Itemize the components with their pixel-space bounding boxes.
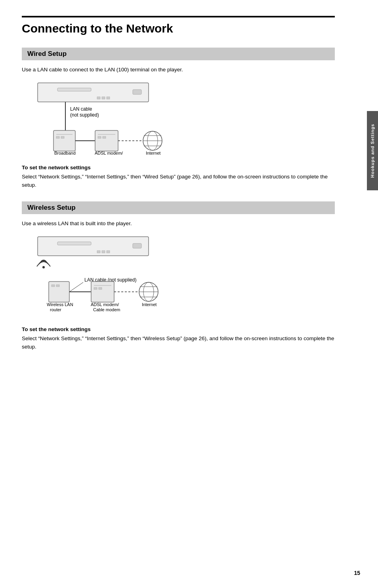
wired-network-title: To set the network settings [22,165,335,170]
svg-rect-10 [53,130,75,151]
svg-rect-38 [52,285,55,287]
svg-rect-17 [98,136,101,138]
wireless-network-title: To set the network settings [22,326,335,332]
wired-diagram: LAN cable (not supplied) [22,81,335,157]
svg-rect-4 [102,97,105,99]
svg-rect-0 [38,83,149,102]
svg-rect-13 [61,136,64,138]
svg-text:Internet: Internet [142,302,157,307]
svg-rect-18 [103,136,106,138]
wireless-setup-header: Wireless Setup [22,201,335,214]
wireless-diagram: LAN cable (not supplied) [22,235,335,319]
svg-text:Broadband: Broadband [54,151,76,155]
wired-setup-header: Wired Setup [22,48,335,60]
svg-text:Cable modem: Cable modem [93,307,120,312]
wireless-description: Use a wireless LAN that is built into th… [22,220,335,228]
svg-text:LAN cable: LAN cable [70,106,92,112]
svg-rect-12 [56,136,59,138]
svg-rect-2 [133,90,141,94]
svg-rect-39 [56,285,59,287]
svg-rect-34 [102,251,105,253]
svg-line-40 [69,282,83,292]
svg-text:ADSL modem/: ADSL modem/ [91,302,119,307]
side-tab: Hookups and Settings [367,111,378,190]
svg-rect-31 [57,242,91,245]
wireless-diagram-svg: LAN cable (not supplied) [22,235,180,318]
wireless-network-body: Select “Network Settings,” “Internet Set… [22,335,335,351]
svg-text:router: router [50,307,61,312]
svg-rect-15 [95,130,118,151]
svg-rect-45 [94,287,97,289]
svg-rect-5 [107,97,110,99]
svg-text:Wireless LAN: Wireless LAN [47,302,73,307]
svg-rect-32 [133,243,141,248]
side-tab-text: Hookups and Settings [370,124,375,178]
wired-description: Use a LAN cable to connect to the LAN (1… [22,66,335,74]
svg-rect-1 [57,88,91,91]
wireless-section: Wireless Setup Use a wireless LAN that i… [22,201,335,351]
svg-rect-43 [91,282,114,302]
wired-section: Wired Setup Use a LAN cable to connect t… [22,48,335,190]
page-number: 15 [354,570,360,576]
wired-diagram-svg: LAN cable (not supplied) [22,81,180,156]
svg-text:Cable modem: Cable modem [97,156,124,156]
wired-network-body: Select “Network Settings,” “Internet Set… [22,173,335,190]
svg-text:ADSL modem/: ADSL modem/ [95,151,123,155]
top-rule [22,16,335,17]
svg-text:Internet: Internet [146,151,160,155]
svg-rect-35 [107,251,110,253]
svg-rect-3 [97,97,100,99]
svg-point-36 [42,266,45,268]
svg-text:(not supplied): (not supplied) [70,112,99,118]
svg-rect-46 [99,287,102,289]
page-title: Connecting to the Network [22,21,335,36]
svg-rect-30 [38,237,149,256]
svg-text:router: router [55,156,67,156]
svg-rect-33 [97,251,100,253]
